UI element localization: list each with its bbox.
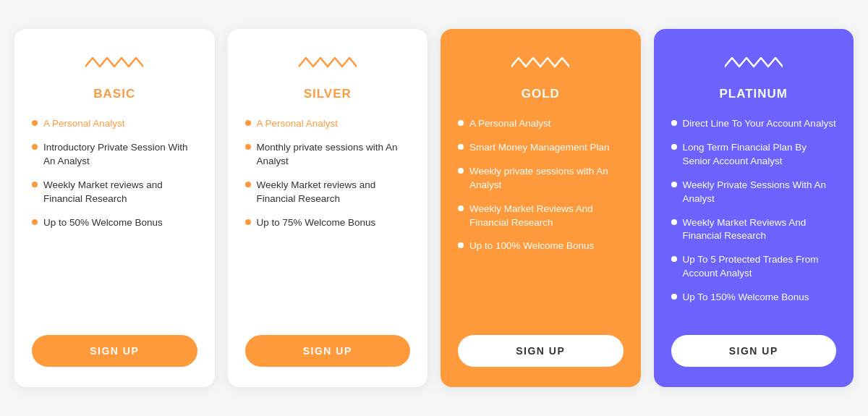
feature-text: Weekly Market reviews and Financial Rese… xyxy=(43,179,197,206)
plan-card-gold: GOLDA Personal AnalystSmart Money Manage… xyxy=(441,29,641,387)
plan-name-gold: GOLD xyxy=(522,87,560,101)
signup-button-silver[interactable]: SIGN UP xyxy=(245,335,411,367)
plan-card-basic: BASICA Personal AnalystIntroductory Priv… xyxy=(14,29,215,387)
list-item: Long Term Financial Plan By Senior Accou… xyxy=(671,141,837,169)
feature-text: Up to 100% Welcome Bonus xyxy=(469,239,594,253)
features-list-platinum: Direct Line To Your Account AnalystLong … xyxy=(671,117,837,315)
features-list-silver: A Personal AnalystMonthly private sessio… xyxy=(245,117,411,315)
feature-text: Weekly Market Reviews And Financial Rese… xyxy=(469,203,624,230)
bullet-icon xyxy=(671,219,677,225)
list-item: Direct Line To Your Account Analyst xyxy=(671,117,837,131)
bullet-icon xyxy=(245,182,251,187)
feature-text: Up to 75% Welcome Bonus xyxy=(257,216,376,230)
feature-text: Up To 5 Protected Trades From Account An… xyxy=(683,253,837,281)
feature-text: Long Term Financial Plan By Senior Accou… xyxy=(683,141,837,169)
bullet-icon xyxy=(671,294,677,300)
bullet-icon xyxy=(671,120,677,126)
feature-text: A Personal Analyst xyxy=(257,117,339,131)
bullet-icon xyxy=(671,144,677,150)
wave-icon-gold xyxy=(511,51,569,87)
list-item: A Personal Analyst xyxy=(245,117,411,131)
feature-text: A Personal Analyst xyxy=(469,117,551,131)
bullet-icon xyxy=(458,144,464,150)
list-item: Weekly private sessions with An Analyst xyxy=(458,165,624,192)
bullet-icon xyxy=(32,219,38,225)
list-item: Up to 75% Welcome Bonus xyxy=(245,216,411,230)
plans-container: BASICA Personal AnalystIntroductory Priv… xyxy=(14,29,854,387)
bullet-icon xyxy=(458,205,464,211)
list-item: Weekly Market Reviews And Financial Rese… xyxy=(671,216,837,244)
list-item: A Personal Analyst xyxy=(32,117,197,131)
list-item: Monthly private sessions with An Analyst xyxy=(245,141,411,169)
list-item: Smart Money Management Plan xyxy=(458,141,624,155)
feature-text: Up to 50% Welcome Bonus xyxy=(43,216,163,230)
bullet-icon xyxy=(671,182,677,187)
bullet-icon xyxy=(32,144,38,150)
list-item: Up To 150% Welcome Bonus xyxy=(671,291,837,305)
plan-name-silver: SILVER xyxy=(304,87,352,101)
bullet-icon xyxy=(458,120,464,126)
feature-text: Weekly private sessions with An Analyst xyxy=(469,165,624,192)
list-item: Weekly Market reviews and Financial Rese… xyxy=(245,179,411,206)
list-item: Weekly Market reviews and Financial Rese… xyxy=(32,179,197,206)
list-item: Up to 100% Welcome Bonus xyxy=(458,239,624,253)
features-list-basic: A Personal AnalystIntroductory Private S… xyxy=(32,117,197,315)
list-item: Weekly Market Reviews And Financial Rese… xyxy=(458,203,624,230)
plan-name-basic: BASIC xyxy=(93,87,135,101)
feature-text: A Personal Analyst xyxy=(43,117,125,131)
bullet-icon xyxy=(245,219,251,225)
feature-text: Weekly Market reviews and Financial Rese… xyxy=(257,179,411,206)
plan-card-silver: SILVERA Personal AnalystMonthly private … xyxy=(228,29,428,387)
list-item: Weekly Private Sessions With An Analyst xyxy=(671,179,837,206)
feature-text: Weekly Private Sessions With An Analyst xyxy=(683,179,837,206)
plan-name-platinum: PLATINUM xyxy=(719,87,788,101)
bullet-icon xyxy=(32,182,38,187)
feature-text: Smart Money Management Plan xyxy=(469,141,610,155)
wave-icon-platinum xyxy=(725,51,783,87)
bullet-icon xyxy=(458,242,464,248)
list-item: A Personal Analyst xyxy=(458,117,624,131)
signup-button-platinum[interactable]: SIGN UP xyxy=(671,335,837,367)
signup-button-gold[interactable]: SIGN UP xyxy=(458,335,624,367)
bullet-icon xyxy=(458,168,464,174)
feature-text: Up To 150% Welcome Bonus xyxy=(683,291,809,305)
list-item: Up to 50% Welcome Bonus xyxy=(32,216,197,230)
wave-icon-basic xyxy=(85,51,143,87)
wave-icon-silver xyxy=(299,51,357,87)
list-item: Introductory Private Session With An Ana… xyxy=(32,141,197,169)
plan-card-platinum: PLATINUMDirect Line To Your Account Anal… xyxy=(654,29,854,387)
feature-text: Weekly Market Reviews And Financial Rese… xyxy=(683,216,837,244)
bullet-icon xyxy=(32,120,38,126)
bullet-icon xyxy=(245,144,251,150)
bullet-icon xyxy=(245,120,251,126)
feature-text: Introductory Private Session With An Ana… xyxy=(43,141,197,169)
feature-text: Monthly private sessions with An Analyst xyxy=(257,141,411,169)
signup-button-basic[interactable]: SIGN UP xyxy=(32,335,197,367)
bullet-icon xyxy=(671,256,677,262)
feature-text: Direct Line To Your Account Analyst xyxy=(683,117,836,131)
list-item: Up To 5 Protected Trades From Account An… xyxy=(671,253,837,281)
features-list-gold: A Personal AnalystSmart Money Management… xyxy=(458,117,624,315)
